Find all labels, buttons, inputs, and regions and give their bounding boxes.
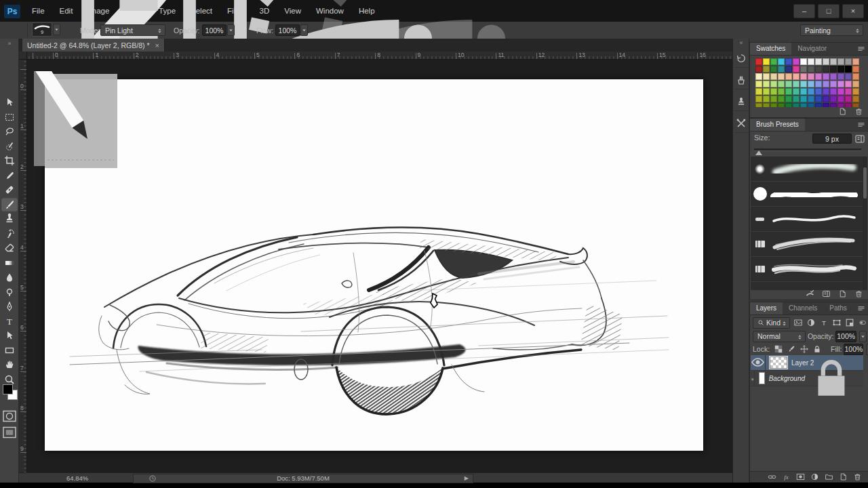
opacity-arrow[interactable] [859, 331, 867, 342]
color-swatch[interactable] [763, 73, 770, 80]
history-panel-icon[interactable] [734, 49, 748, 68]
crop-tool[interactable] [1, 154, 18, 167]
color-swatch[interactable] [815, 81, 822, 87]
color-swatch[interactable] [800, 96, 807, 102]
close-tab-icon[interactable]: × [155, 41, 159, 49]
color-swatch[interactable] [852, 88, 859, 95]
color-swatch[interactable] [852, 58, 859, 65]
expand-panels-chevron[interactable]: « [733, 39, 749, 46]
color-swatch[interactable] [837, 66, 844, 73]
color-swatch[interactable] [808, 81, 814, 87]
color-swatch[interactable] [770, 103, 777, 107]
open-brush-panel-icon[interactable] [821, 289, 831, 298]
zoom-level-field[interactable]: 64.84% [66, 474, 88, 482]
color-swatch[interactable] [830, 81, 837, 87]
color-swatch[interactable] [845, 88, 852, 95]
color-swatch[interactable] [808, 96, 814, 102]
status-options-arrow[interactable]: ▶ [465, 474, 469, 483]
color-swatch[interactable] [815, 103, 822, 107]
color-swatch[interactable] [763, 88, 770, 95]
color-swatch[interactable] [845, 73, 852, 80]
color-swatch[interactable] [778, 88, 785, 95]
color-swatch[interactable] [755, 73, 762, 80]
color-swatch[interactable] [823, 88, 829, 95]
layer-filter-kind-select[interactable]: Kind [753, 317, 790, 329]
color-swatch[interactable] [823, 66, 829, 73]
color-swatch[interactable] [823, 103, 829, 107]
tab-brush-presets[interactable]: Brush Presets [750, 119, 805, 131]
filter-adjustment-layers-icon[interactable] [805, 317, 818, 328]
color-swatch[interactable] [793, 103, 800, 107]
opacity-arrow[interactable] [227, 24, 235, 36]
color-swatch[interactable] [815, 73, 822, 80]
brush-preset-chalk[interactable] [751, 232, 863, 257]
color-swatch[interactable] [852, 73, 859, 80]
color-swatch[interactable] [778, 96, 785, 102]
link-layers-icon[interactable] [768, 472, 777, 481]
minimize-button[interactable]: – [793, 4, 815, 18]
eraser-tool[interactable] [1, 241, 18, 255]
spot-healing-brush-tool[interactable] [1, 183, 18, 197]
delete-swatch-icon[interactable] [853, 106, 864, 116]
brush-preset-chalk-wide[interactable] [751, 257, 863, 282]
document-info-field[interactable]: Doc: 5.93M/7.50M ▶ [133, 474, 473, 483]
tab-channels[interactable]: Channels [783, 302, 823, 314]
scrollbar-thumb[interactable] [863, 167, 867, 199]
color-swatch[interactable] [755, 96, 762, 102]
brush-picker-arrow[interactable] [53, 24, 60, 35]
flow-control[interactable]: 100% [275, 24, 308, 36]
color-swatch[interactable] [785, 58, 792, 65]
delete-layer-icon[interactable] [853, 472, 863, 481]
brush-size-slider[interactable] [754, 148, 861, 151]
new-group-icon[interactable] [825, 472, 834, 481]
color-swatch[interactable] [755, 88, 762, 95]
color-swatch[interactable] [823, 73, 829, 80]
layer-thumbnail[interactable] [759, 372, 764, 384]
brush-panel-icon[interactable] [854, 134, 865, 144]
color-swatch[interactable] [830, 96, 837, 102]
color-swatch[interactable] [770, 73, 777, 80]
color-swatch[interactable] [785, 81, 792, 87]
hand-tool[interactable] [1, 358, 18, 371]
tab-swatches[interactable]: Swatches [750, 43, 791, 55]
color-swatch[interactable] [815, 66, 822, 73]
vertical-ruler[interactable]: 0123456789 [19, 60, 27, 483]
new-swatch-icon[interactable] [837, 106, 848, 116]
color-swatch[interactable] [770, 88, 777, 95]
new-layer-icon[interactable] [839, 472, 848, 481]
color-swatch[interactable] [800, 81, 807, 87]
color-swatch[interactable] [785, 66, 792, 73]
color-swatch[interactable] [793, 73, 800, 80]
brush-stroke-preview-icon[interactable] [805, 289, 815, 298]
dodge-tool[interactable] [1, 285, 18, 299]
color-swatch[interactable] [778, 58, 785, 65]
pen-tool[interactable] [1, 300, 18, 313]
clone-stamp-tool[interactable] [1, 212, 18, 226]
color-swatch[interactable] [837, 81, 844, 87]
quick-selection-tool[interactable] [1, 140, 18, 153]
color-swatch[interactable] [785, 103, 792, 107]
color-swatch[interactable] [755, 66, 762, 73]
panel-menu-icon[interactable] [856, 121, 866, 129]
delete-brush-icon[interactable] [854, 289, 864, 298]
color-swatch[interactable] [837, 58, 844, 65]
color-swatch[interactable] [763, 58, 770, 65]
color-swatch[interactable] [778, 73, 785, 80]
slider-thumb[interactable] [755, 150, 762, 155]
tab-layers[interactable]: Layers [750, 302, 783, 314]
color-swatch[interactable] [845, 96, 852, 102]
color-swatch[interactable] [830, 103, 837, 107]
color-swatch[interactable] [837, 96, 844, 102]
horizontal-ruler[interactable]: 012345678910111213141516 [27, 52, 732, 60]
color-swatch[interactable] [770, 96, 777, 102]
color-swatch[interactable] [785, 88, 792, 95]
color-swatch[interactable] [852, 96, 859, 102]
color-swatch[interactable] [837, 73, 844, 80]
color-swatch[interactable] [815, 96, 822, 102]
brush-size-field[interactable]: 9 px [812, 134, 852, 144]
quick-mask-button[interactable] [1, 410, 18, 424]
color-swatch[interactable] [800, 73, 807, 80]
color-swatch[interactable] [808, 103, 814, 107]
path-selection-tool[interactable] [1, 329, 18, 342]
color-swatch[interactable] [823, 81, 829, 87]
